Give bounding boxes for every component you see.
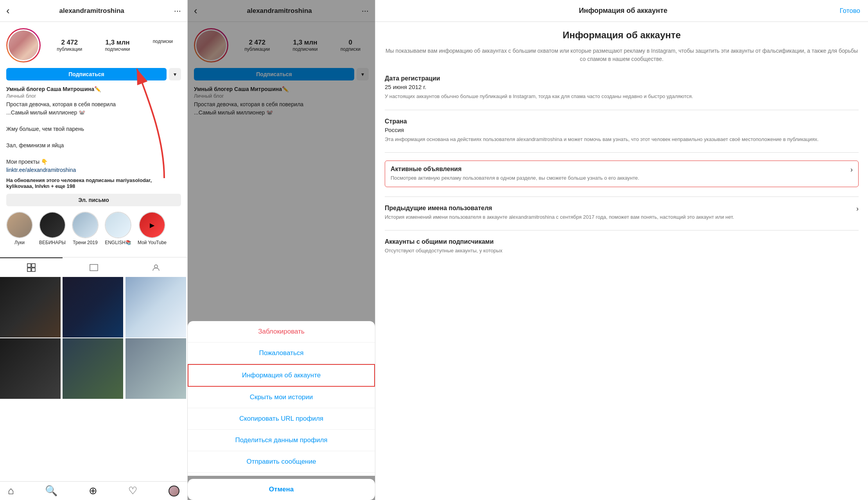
search-icon-left[interactable]: 🔍 [45,485,57,497]
dropdown-hide-stories[interactable]: Скрыть мои истории [188,387,375,408]
done-button[interactable]: Готово [839,7,860,15]
dropdown-account-info[interactable]: Информация об аккаунте [188,364,375,387]
tag-icon [151,263,161,272]
info-shared-followers: Аккаунты с общими подписчиками Отсутству… [385,238,859,255]
followers-stat-left: 1,3 млн подписчики [105,39,130,52]
info-registration-label: Дата регистрации [385,75,859,82]
highlight-webinar[interactable]: ВЕБИНАРЫ [39,212,66,245]
dropdown-copy-url[interactable]: Скопировать URL профиля [188,408,375,430]
divider-2 [385,152,859,153]
photo-5[interactable] [63,338,123,399]
prev-names-desc: История изменений имени пользователя в а… [385,213,734,221]
following-stat-left: подписки [153,39,173,52]
highlight-circle-english [105,212,131,238]
right-main-title: Информация об аккаунте [385,30,859,41]
dropdown-report[interactable]: Пожаловаться [188,343,375,364]
dropdown-block[interactable]: Заблокировать [188,321,375,343]
subscribe-row-left: Подписаться ▾ [6,68,181,80]
avatar-ring-left [6,28,41,62]
tab-tagged-left[interactable] [125,257,187,277]
highlight-label-luки: Луки [14,240,25,245]
active-ads-label: Активные объявления [391,166,639,173]
bio-section-left: Умный блогер Саша Митрошина✏️ Личный бло… [6,86,181,189]
highlight-circle-luки [6,212,33,238]
highlight-label-english: ENGLISH📚 [105,240,131,245]
photo-2[interactable] [63,277,123,338]
right-content: Информация об аккаунте Мы показываем вам… [375,22,868,500]
posts-count-left: 2 472 [61,39,78,46]
bottom-nav-left: ⌂ 🔍 ⊕ ♡ [0,481,187,500]
active-ads-chevron: › [850,166,853,174]
followers-label-left: подписчики [105,46,130,52]
right-intro: Мы показываем вам информацию об аккаунта… [385,47,859,63]
photo-4[interactable] [0,338,61,399]
info-country-desc: Эта информация основана на действиях пол… [385,136,859,143]
photo-1[interactable] [0,277,61,338]
photo-3[interactable] [126,277,186,338]
svg-rect-3 [32,268,35,271]
highlights-left: Луки ВЕБИНАРЫ Трени 2019 ENGLISH📚 [6,212,181,251]
dropdown-send-message[interactable]: Отправить сообщение [188,451,375,473]
tab-grid-left[interactable] [0,257,63,277]
tab-list-left[interactable] [63,257,125,277]
svg-rect-0 [27,264,31,267]
info-registration-desc: У настоящих аккаунтов обычно больше публ… [385,93,859,100]
following-label-left: подписки [153,39,173,44]
followers-count-left: 1,3 млн [106,39,130,46]
highlight-luки[interactable]: Луки [6,212,33,245]
info-country-value: Россия [385,127,859,133]
more-button-left[interactable]: ··· [174,6,181,16]
info-registration-value: 25 июня 2012 г. [385,84,859,90]
active-ads-desc: Посмотрев активную рекламу пользователя … [391,174,639,182]
highlight-label-webinar: ВЕБИНАРЫ [39,240,66,245]
dropdown-share-profile[interactable]: Поделиться данным профиля [188,430,375,451]
nav-avatar-left[interactable] [169,486,179,496]
subscribe-button-left[interactable]: Подписаться [6,68,167,80]
heart-icon-left[interactable]: ♡ [128,485,137,497]
dropdown-cancel[interactable]: Отмена [188,479,375,500]
highlight-youtube[interactable]: ▶ Мой YouTube [138,212,167,245]
stats-left: 2 472 публикации 1,3 млн подписчики подп… [48,39,181,52]
panel-right: Информация об аккаунте Готово Информация… [375,0,868,500]
svg-rect-1 [32,264,35,267]
prev-names-content: Предыдущие имена пользователя История из… [385,205,734,221]
username-left: alexandramitroshina [59,7,124,15]
profile-top-left: 2 472 публикации 1,3 млн подписчики подп… [6,28,181,62]
posts-label-left: публикации [57,46,82,52]
dropdown-overlay: Заблокировать Пожаловаться Информация об… [188,0,375,500]
add-icon-left[interactable]: ⊕ [89,485,97,497]
home-icon-left[interactable]: ⌂ [8,485,14,497]
posts-stat-left: 2 472 публикации [57,39,82,52]
highlight-label-treni: Трени 2019 [73,240,97,245]
info-prev-names[interactable]: Предыдущие имена пользователя История из… [385,205,859,221]
svg-point-5 [154,265,158,268]
tab-bar-left [0,257,187,277]
right-header-title: Информация об аккаунте [579,7,667,15]
highlight-circle-treni [72,212,99,238]
photos-grid-left [0,277,187,399]
profile-section-left: 2 472 публикации 1,3 млн подписчики подп… [0,22,187,257]
highlight-treni[interactable]: Трени 2019 [72,212,99,245]
email-button-left[interactable]: Эл. письмо [6,194,181,206]
shared-followers-label: Аккаунты с общими подписчиками [385,238,859,245]
active-ads-content: Активные объявления Посмотрев активную р… [391,166,639,182]
highlight-circle-webinar [39,212,66,238]
prev-names-chevron: › [856,205,859,213]
header-left: ‹ alexandramitroshina ··· [0,0,187,22]
avatar-image-left [9,30,38,60]
info-country-label: Страна [385,118,859,125]
bio-link-left[interactable]: linktr.ee/alexandramitroshina [6,167,76,173]
dropdown-menu: Заблокировать Пожаловаться Информация об… [188,321,375,476]
dropdown-button-left[interactable]: ▾ [169,68,181,80]
highlight-circle-youtube: ▶ [139,212,165,238]
divider-1 [385,110,859,110]
prev-names-label: Предыдущие имена пользователя [385,205,734,212]
bio-name-left: Умный блогер Саша Митрошина✏️ [6,86,181,92]
divider-4 [385,230,859,230]
svg-rect-4 [90,264,98,271]
info-active-ads[interactable]: Активные объявления Посмотрев активную р… [385,161,859,187]
header-right: Информация об аккаунте Готово [375,0,868,22]
photo-6[interactable] [126,338,186,399]
highlight-english[interactable]: ENGLISH📚 [105,212,131,245]
back-button-left[interactable]: ‹ [6,5,10,17]
